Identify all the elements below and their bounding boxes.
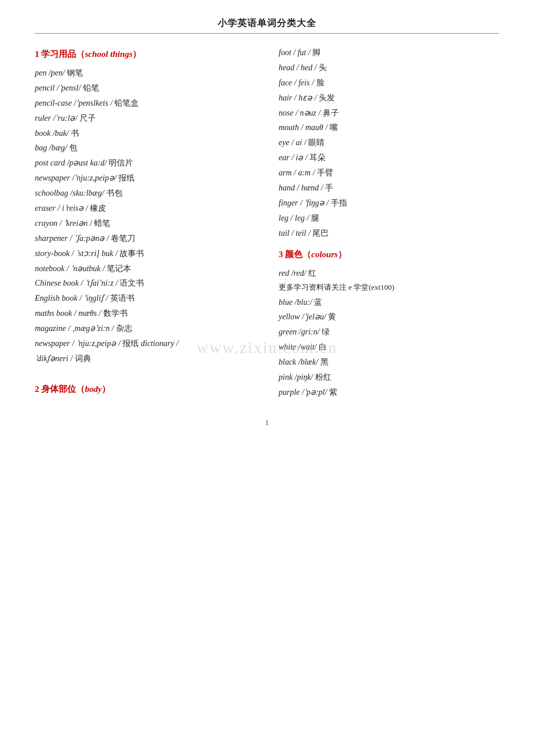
word-item: newspaper /ˈnju:z,peipə/ 报纸 [35,171,255,186]
word-item: bag /bæg/ 包 [35,141,255,156]
word-item: English book / ˈiŋgliʃ / 英语书 [35,291,255,306]
word-item: purple /ˈpə:pl/ 紫 [279,385,499,400]
section2-heading-suffix: ） [102,384,110,394]
word-item: notebook / ˈnəutbuk / 笔记本 [35,261,255,276]
word-item: ear / iə / 耳朵 [279,150,499,165]
section1-heading-italic: school things [85,49,132,59]
word-item: mouth / mauθ / 嘴 [279,120,499,135]
section2-heading: 2 身体部位（body） [35,384,255,395]
word-item: leg / leg / 腿 [279,211,499,226]
word-item: green /gri:n/ 绿 [279,325,499,340]
word-item: schoolbag /sku:lbæg/ 书包 [35,186,255,201]
word-item: crayon / ˈkreiən / 蜡笔 [35,216,255,231]
word-item: hand / hænd / 手 [279,181,499,196]
word-item: head / hed / 头 [279,60,499,75]
word-item: nose / nəuz / 鼻子 [279,106,499,121]
word-item: story-book / ˈstɔ:ri] buk / 故事书 [35,246,255,261]
section2-heading-italic: body [85,384,102,394]
section3-heading-italic: colours [311,250,338,259]
word-item: white /wait/ 白 [279,340,499,355]
section3-words: red /red/ 红 更多学习资料请关注 e 学堂(ext100) blue … [279,266,499,400]
word-item: maths book / mæθs / 数学书 [35,306,255,321]
word-item: eye / ai / 眼睛 [279,135,499,150]
section3-heading: 3 颜色（colours） [279,249,499,260]
section3-heading-suffix: ） [338,250,347,259]
word-item: hair / hɛə / 头发 [279,91,499,106]
right-column: foot / fut / 脚 head / hed / 头 face / fei… [267,45,499,401]
word-item: foot / fut / 脚 [279,45,499,60]
word-item: sharpener / ˈʃa:pənə / 卷笔刀 [35,231,255,246]
word-item: newspaper / ˈnju:z,peipə / 报纸 dictionary… [35,336,255,351]
word-item: eraser / iˈreisə / 橡皮 [35,201,255,216]
word-item: book /buk/ 书 [35,126,255,141]
word-item: pink /piŋk/ 粉红 [279,370,499,385]
word-item: ruler /ˈru:lə/ 尺子 [35,111,255,126]
word-item: finger / ˈfiŋgə / 手指 [279,196,499,211]
word-item: face / feis / 脸 [279,75,499,91]
word-item: post card /pəust ka:d/ 明信片 [35,156,255,171]
word-item: red /red/ 红 [279,266,499,281]
word-item: pen /pen/ 钢笔 [35,66,255,81]
content-columns: 1 学习用品（school things） pen /pen/ 钢笔 penci… [35,45,499,401]
word-item: yellow /ˈjeləu/ 黄 [279,309,499,325]
word-item: black /blæk/ 黑 [279,355,499,370]
section1-heading-suffix: ） [132,49,141,59]
section2-heading-prefix: 2 身体部位（ [35,384,85,394]
word-item: ˈdikʃəneri / 词典 [35,351,255,366]
section3-heading-prefix: 3 颜色（ [279,250,311,259]
page-title: 小学英语单词分类大全 [35,17,499,30]
word-item: pencil /ˈpensl/ 铅笔 [35,81,255,96]
page-number: 1 [35,418,499,427]
section1-heading: 1 学习用品（school things） [35,49,255,60]
title-divider [35,33,499,34]
word-item: arm / a:m / 手臂 [279,165,499,181]
word-item: blue /blu:/ 蓝 [279,295,499,310]
page: 小学英语单词分类大全 www.zixin.com.cn 1 学习用品（schoo… [0,0,534,756]
section1-heading-prefix: 1 学习用品（ [35,49,85,59]
notice-text: 更多学习资料请关注 e 学堂(ext100) [279,280,499,294]
word-item: magazine / ˌmægəˈzi:n / 杂志 [35,321,255,336]
section2-words: foot / fut / 脚 head / hed / 头 face / fei… [279,45,499,241]
word-item: tail / teil / 尾巴 [279,226,499,241]
word-item: pencil-case /ˈpenslkeis / 铅笔盒 [35,96,255,111]
section1-words: pen /pen/ 钢笔 pencil /ˈpensl/ 铅笔 pencil-c… [35,66,255,366]
word-item: Chinese book / ˈtʃaiˈni:z / 语文书 [35,276,255,291]
left-column: 1 学习用品（school things） pen /pen/ 钢笔 penci… [35,45,267,401]
